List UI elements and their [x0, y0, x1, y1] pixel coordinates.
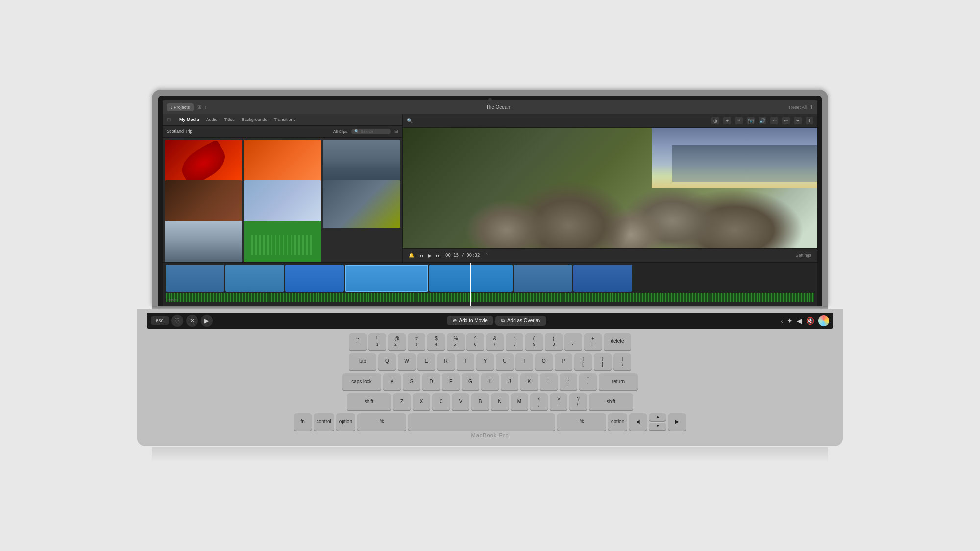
key-f[interactable]: F — [442, 373, 460, 390]
key-r[interactable]: R — [437, 353, 455, 370]
key-a[interactable]: A — [383, 373, 401, 390]
audio-icon[interactable]: 🔊 — [759, 117, 766, 124]
key-6[interactable]: ^6 — [466, 333, 484, 350]
share-icon[interactable]: ⬆ — [809, 104, 813, 110]
touchbar-mute-icon[interactable]: 🔇 — [806, 317, 814, 325]
key-shift-right[interactable]: shift — [589, 393, 633, 410]
color-tool-icon[interactable]: ◑ — [711, 117, 719, 124]
stabilize-icon[interactable]: ✦ — [723, 117, 731, 124]
key-fn[interactable]: fn — [294, 413, 312, 431]
info-icon[interactable]: ℹ — [806, 117, 813, 124]
timeline-clip-3[interactable] — [285, 265, 344, 292]
zoom-icon[interactable]: 🔍 — [407, 118, 413, 123]
touchbar-siri-button[interactable] — [818, 315, 829, 326]
media-thumb-portrait[interactable] — [323, 180, 400, 229]
add-as-overlay-button[interactable]: ⧉ Add as Overlay — [495, 316, 546, 326]
timeline-clip-1[interactable] — [166, 265, 224, 292]
key-arrow-right[interactable]: ▶ — [668, 413, 686, 431]
key-return[interactable]: return — [599, 373, 638, 390]
key-command-right[interactable]: ⌘ — [557, 413, 606, 431]
search-placeholder[interactable]: Search — [361, 129, 373, 134]
key-g[interactable]: G — [462, 373, 479, 390]
key-d[interactable]: D — [422, 373, 440, 390]
key-tab[interactable]: tab — [349, 353, 376, 370]
touchbar-chevron-icon[interactable]: ‹ — [781, 317, 783, 325]
waveform-icon[interactable]: 〰 — [770, 117, 778, 124]
key-comma[interactable]: <, — [530, 393, 548, 410]
key-delete[interactable]: delete — [604, 333, 631, 350]
add-to-movie-button[interactable]: ⊕ Add to Movie — [447, 316, 493, 325]
media-thumb-mountain[interactable] — [165, 221, 242, 262]
forward-button[interactable]: ⏭ — [436, 253, 441, 258]
key-1[interactable]: !1 — [368, 333, 386, 350]
key-arrow-down[interactable]: ▼ — [649, 422, 666, 430]
key-0[interactable]: )0 — [545, 333, 563, 350]
key-option-right[interactable]: option — [608, 413, 627, 431]
crop-icon[interactable]: ⌗ — [735, 117, 743, 124]
list-view-icon[interactable]: ↓ — [204, 104, 207, 110]
key-quote[interactable]: "' — [579, 373, 597, 390]
tab-backgrounds[interactable]: Backgrounds — [242, 117, 268, 122]
tab-transitions[interactable]: Transitions — [274, 117, 295, 122]
key-o[interactable]: O — [535, 353, 553, 370]
key-v[interactable]: V — [452, 393, 469, 410]
key-backslash[interactable]: |\ — [613, 353, 631, 370]
key-5[interactable]: %5 — [447, 333, 465, 350]
timeline-clip-5[interactable] — [429, 265, 513, 292]
touchbar-x-icon[interactable]: ✕ — [186, 315, 198, 327]
key-x[interactable]: X — [413, 393, 430, 410]
timeline-clip-7[interactable] — [573, 265, 632, 292]
key-l[interactable]: L — [540, 373, 558, 390]
search-box[interactable]: 🔍 Search — [351, 129, 391, 134]
key-minus[interactable]: _- — [564, 333, 582, 350]
key-arrow-left[interactable]: ◀ — [629, 413, 647, 431]
key-3[interactable]: #3 — [408, 333, 425, 350]
key-equals[interactable]: += — [584, 333, 602, 350]
key-arrow-up[interactable]: ▲ — [649, 413, 666, 421]
key-7[interactable]: &7 — [486, 333, 504, 350]
key-slash[interactable]: ?/ — [569, 393, 587, 410]
key-shift-left[interactable]: shift — [347, 393, 391, 410]
key-caps[interactable]: caps lock — [342, 373, 381, 390]
key-u[interactable]: U — [496, 353, 514, 370]
key-w[interactable]: W — [398, 353, 416, 370]
key-k[interactable]: K — [520, 373, 538, 390]
key-period[interactable]: >. — [550, 393, 567, 410]
tab-titles[interactable]: Titles — [224, 117, 235, 122]
play-button[interactable]: ▶ — [428, 253, 432, 258]
key-b[interactable]: B — [471, 393, 489, 410]
touchbar-volume-icon[interactable]: ◀ — [797, 317, 802, 325]
rewind-button[interactable]: ⏮ — [419, 253, 424, 258]
timeline-clip-4-selected[interactable] — [345, 265, 428, 292]
key-n[interactable]: N — [491, 393, 509, 410]
key-p[interactable]: P — [555, 353, 572, 370]
grid-view-icon[interactable]: ⊞ — [197, 104, 201, 110]
timeline-clip-2[interactable] — [225, 265, 284, 292]
key-q[interactable]: Q — [378, 353, 396, 370]
sidebar-toggle-icon[interactable]: ⊟ — [167, 117, 171, 122]
key-h[interactable]: H — [481, 373, 499, 390]
touchbar-brightness-icon[interactable]: ✦ — [787, 317, 793, 325]
key-8[interactable]: *8 — [506, 333, 523, 350]
key-j[interactable]: J — [501, 373, 518, 390]
key-c[interactable]: C — [432, 393, 450, 410]
key-option-left[interactable]: option — [336, 413, 355, 431]
key-9[interactable]: (9 — [525, 333, 543, 350]
key-control[interactable]: control — [314, 413, 334, 431]
media-thumb-green[interactable] — [244, 221, 321, 262]
key-t[interactable]: T — [457, 353, 474, 370]
undo-icon[interactable]: ↩ — [782, 117, 790, 124]
key-m[interactable]: M — [511, 393, 528, 410]
touchbar-play-icon[interactable]: ▶ — [201, 315, 213, 327]
key-y[interactable]: Y — [476, 353, 494, 370]
key-space[interactable] — [408, 413, 555, 431]
key-i[interactable]: I — [515, 353, 533, 370]
key-semicolon[interactable]: :; — [560, 373, 577, 390]
key-command-left[interactable]: ⌘ — [357, 413, 406, 431]
key-2[interactable]: @2 — [388, 333, 406, 350]
expand-icon[interactable]: ⌃ — [485, 253, 489, 258]
effects-icon[interactable]: ✦ — [794, 117, 802, 124]
reset-all-button[interactable]: Reset All — [789, 105, 807, 110]
key-s[interactable]: S — [403, 373, 420, 390]
touchbar-heart-icon[interactable]: ♡ — [172, 315, 183, 327]
